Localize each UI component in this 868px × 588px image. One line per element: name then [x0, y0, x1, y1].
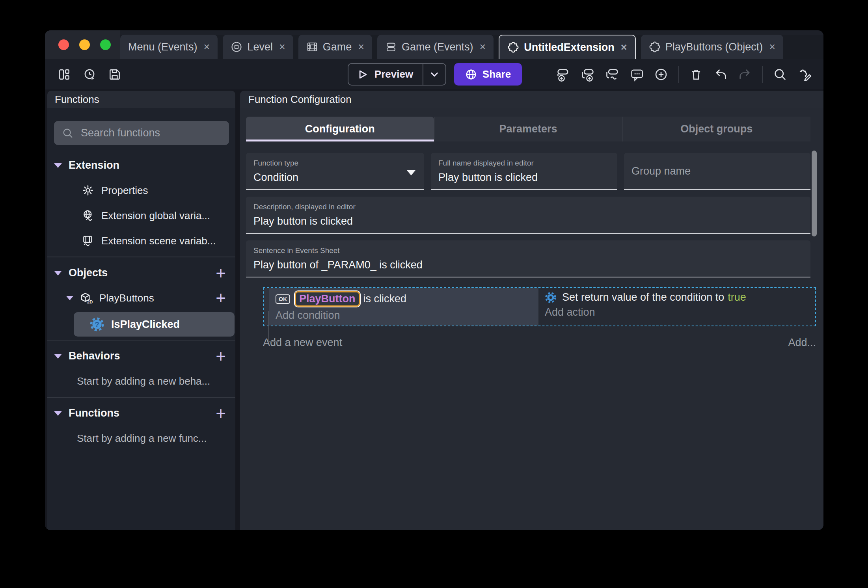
toolbar-left-group	[58, 59, 121, 89]
functions-empty-text: Start by adding a new func...	[47, 426, 235, 451]
traffic-lights	[58, 39, 111, 50]
comment-icon[interactable]	[630, 67, 644, 82]
undo-icon[interactable]	[713, 67, 728, 82]
history-icon[interactable]	[83, 68, 96, 81]
preview-dropdown-button[interactable]	[423, 64, 445, 85]
actions-column[interactable]: Set return value of the condition to tru…	[538, 288, 815, 326]
puzzle-icon	[649, 41, 661, 53]
sidebar-item-extension-global-variables[interactable]: Extension global varia...	[47, 203, 235, 228]
sidebar-panel-title: Functions	[47, 91, 235, 108]
tab-game[interactable]: Game ×	[298, 35, 372, 59]
panels-layout-icon[interactable]	[58, 68, 71, 81]
chevron-down-icon[interactable]	[54, 163, 62, 168]
close-window-button[interactable]	[58, 39, 69, 50]
vertical-scrollbar[interactable]	[812, 151, 817, 236]
functions-sidebar: Functions Search functions Extension	[47, 91, 235, 530]
conditions-column[interactable]: OK PlayButton is clicked Add condition	[269, 288, 538, 326]
add-more-button[interactable]: Add...	[788, 337, 816, 349]
tab-level[interactable]: Level ×	[223, 35, 293, 59]
sentence-field[interactable]: Sentence in Events Sheet Play button of …	[246, 240, 810, 277]
close-icon[interactable]: ×	[769, 42, 775, 52]
toolbar-divider	[762, 66, 763, 83]
add-function-button[interactable]: +	[216, 405, 226, 422]
minimize-window-button[interactable]	[79, 39, 90, 50]
action-gear-icon	[545, 292, 557, 303]
globe-icon	[465, 69, 477, 80]
search-icon[interactable]	[773, 67, 787, 82]
chevron-down-icon[interactable]	[54, 411, 62, 416]
close-icon[interactable]: ×	[621, 42, 627, 53]
search-functions-input[interactable]: Search functions	[54, 121, 229, 145]
sidebar-item-extension-scene-variables[interactable]: Extension scene variab...	[47, 228, 235, 253]
tab-label: Game	[323, 41, 352, 53]
save-icon[interactable]	[108, 68, 121, 81]
section-behaviors[interactable]: Behaviors +	[47, 344, 235, 368]
share-button[interactable]: Share	[454, 63, 522, 86]
events-sheet: OK PlayButton is clicked Add condition	[263, 287, 816, 349]
gear-icon	[81, 184, 95, 197]
preview-button[interactable]: Preview	[348, 63, 446, 86]
sidebar-divider	[47, 397, 235, 398]
action-value-true[interactable]: true	[728, 291, 746, 303]
button-object-icon: OK	[276, 294, 290, 304]
section-functions[interactable]: Functions +	[47, 401, 235, 426]
section-objects[interactable]: Objects +	[47, 261, 235, 285]
add-condition-icon[interactable]	[605, 67, 619, 82]
titlebar: Menu (Events) × Level × Game ×	[45, 30, 823, 59]
close-icon[interactable]: ×	[358, 42, 364, 52]
condition-line[interactable]: OK PlayButton is clicked	[276, 291, 532, 307]
chevron-down-icon[interactable]	[66, 296, 73, 300]
add-event-icon[interactable]	[556, 67, 570, 82]
close-icon[interactable]: ×	[204, 42, 210, 52]
preview-button-main[interactable]: Preview	[348, 68, 423, 80]
add-object-function-button[interactable]: +	[216, 289, 226, 307]
sidebar-body: Search functions Extension Properties	[47, 108, 235, 530]
event-tree-connector	[268, 311, 279, 342]
add-object-button[interactable]: +	[216, 264, 226, 282]
window-controls	[45, 30, 120, 59]
scene-variable-icon	[81, 234, 95, 247]
full-name-field[interactable]: Full name displayed in editor Play butto…	[431, 153, 617, 190]
sidebar-item-playbuttons[interactable]: 2D PlayButtons +	[47, 285, 235, 311]
sidebar-item-properties[interactable]: Properties	[47, 178, 235, 203]
edit-extension-icon[interactable]	[797, 67, 812, 82]
tab-object-groups[interactable]: Object groups	[622, 117, 810, 141]
add-action-button[interactable]: Add action	[545, 306, 809, 318]
function-type-select[interactable]: Function type Condition	[246, 153, 424, 190]
close-icon[interactable]: ×	[480, 42, 486, 52]
description-field[interactable]: Description, displayed in editor Play bu…	[246, 197, 810, 234]
add-behavior-button[interactable]: +	[216, 348, 226, 365]
main-panel-title: Function Configuration	[240, 91, 823, 108]
delete-icon[interactable]	[689, 67, 703, 82]
chevron-down-icon[interactable]	[54, 354, 62, 359]
close-icon[interactable]: ×	[279, 42, 285, 52]
add-circle-icon[interactable]	[654, 67, 668, 82]
section-extension[interactable]: Extension	[47, 153, 235, 178]
tab-playbuttons-object[interactable]: PlayButtons (Object) ×	[641, 35, 783, 59]
action-line[interactable]: Set return value of the condition to tru…	[545, 291, 809, 303]
sidebar-divider	[47, 340, 235, 341]
add-condition-button[interactable]: Add condition	[276, 309, 532, 322]
preview-label: Preview	[374, 68, 413, 80]
group-name-field[interactable]: Group name	[624, 153, 810, 190]
zoom-window-button[interactable]	[100, 39, 111, 50]
tab-parameters[interactable]: Parameters	[434, 117, 622, 141]
sidebar-item-isplayclicked[interactable]: ? IsPlayClicked	[74, 312, 235, 337]
event-row-selected[interactable]: OK PlayButton is clicked Add condition	[263, 287, 816, 326]
tab-menu-events[interactable]: Menu (Events) ×	[120, 35, 218, 59]
tab-untitled-extension[interactable]: UntitledExtension ×	[499, 35, 635, 59]
tab-label: UntitledExtension	[524, 41, 615, 54]
condition-object-chip[interactable]: PlayButton	[295, 291, 360, 307]
chevron-down-icon[interactable]	[54, 271, 62, 275]
tab-label: Menu (Events)	[128, 41, 197, 53]
tab-label: Game (Events)	[402, 41, 473, 53]
form-row: Function type Condition Full name displa…	[246, 153, 810, 190]
film-icon	[306, 41, 318, 53]
toolbar: Preview Share	[45, 59, 823, 89]
svg-text:?: ?	[95, 320, 99, 329]
redo-icon[interactable]	[738, 67, 752, 82]
add-subevent-icon[interactable]	[581, 67, 595, 82]
behaviors-empty-text: Start by adding a new beha...	[47, 368, 235, 394]
tab-game-events[interactable]: Game (Events) ×	[377, 35, 494, 59]
tab-configuration[interactable]: Configuration	[246, 117, 434, 141]
